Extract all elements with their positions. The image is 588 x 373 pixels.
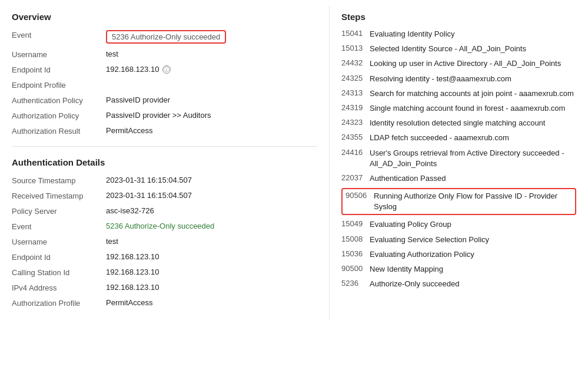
overview-title: Overview (12, 12, 317, 22)
step-code: 22037 (341, 173, 370, 182)
step-code: 5236 (341, 279, 370, 288)
step-code: 90506 (346, 191, 374, 200)
step-row: 24355LDAP fetch succeeded - aaamexrub.co… (341, 133, 576, 143)
step-row: 90506Running Authorize Only Flow for Pas… (341, 188, 576, 215)
step-desc: Evaluating Authorization Policy (370, 249, 576, 260)
field-value: 192.168.123.10 (106, 268, 317, 276)
divider (12, 146, 317, 147)
step-row: 24323Identity resolution detected single… (341, 118, 576, 128)
step-code: 24323 (341, 118, 370, 127)
step-desc: LDAP fetch succeeded - aaamexrub.com (370, 133, 576, 143)
step-row: 15049Evaluating Policy Group (341, 219, 576, 230)
field-label: Received Timestamp (12, 191, 106, 200)
overview-field-row: Endpoint Profile (12, 80, 317, 90)
auth-fields: Source Timestamp2023-01-31 16:15:04.507R… (12, 176, 317, 308)
event-badge-green: 5236 Authorize-Only succeeded (106, 222, 214, 230)
step-row: 15013Selected Identity Source - All_AD_J… (341, 44, 576, 54)
step-row: 15036Evaluating Authorization Policy (341, 249, 576, 260)
step-code: 90500 (341, 264, 370, 273)
step-row: 24319Single matching account found in fo… (341, 103, 576, 114)
step-code: 24313 (341, 88, 370, 97)
auth-field-row: Usernametest (12, 237, 317, 246)
field-value: PermitAccess (106, 126, 317, 135)
info-icon[interactable]: ⓘ (162, 65, 171, 74)
field-label: Event (12, 30, 106, 39)
step-row: 22037Authentication Passed (341, 173, 576, 184)
field-value: test (106, 49, 317, 58)
field-value: PassiveID provider (106, 95, 317, 104)
field-value: asc-ise32-726 (106, 206, 317, 215)
overview-field-row: Authentication PolicyPassiveID provider (12, 95, 317, 105)
step-row: 15041Evaluating Identity Policy (341, 29, 576, 39)
endpoint-id-wrapper: 192.168.123.10 ⓘ (106, 65, 317, 74)
step-desc: Running Authorize Only Flow for Passive … (374, 191, 572, 212)
step-desc: Resolving identity - test@aaamexrub.com (370, 74, 576, 84)
field-value: 2023-01-31 16:15:04.507 (106, 176, 317, 184)
right-panel: Steps 15041Evaluating Identity Policy150… (330, 6, 588, 319)
left-panel: Overview Event5236 Authorize-Only succee… (0, 6, 330, 319)
step-code: 15008 (341, 235, 370, 243)
field-value: 5236 Authorize-Only succeeded (106, 222, 317, 230)
field-label: Authentication Policy (12, 95, 106, 105)
field-label: Source Timestamp (12, 176, 106, 185)
step-desc: Evaluating Service Selection Policy (370, 235, 576, 245)
field-label: Endpoint Id (12, 65, 106, 74)
field-value: PermitAccess (106, 298, 317, 307)
step-code: 24416 (341, 148, 370, 157)
step-code: 15036 (341, 249, 370, 258)
step-row: 24313Search for matching accounts at joi… (341, 88, 576, 99)
step-code: 24319 (341, 103, 370, 112)
step-code: 24325 (341, 74, 370, 82)
overview-field-row: Usernametest (12, 49, 317, 59)
field-value: 5236 Authorize-Only succeeded (106, 30, 317, 44)
field-label: Event (12, 222, 106, 231)
step-code: 15041 (341, 29, 370, 38)
steps-title: Steps (341, 12, 576, 22)
endpoint-id-value: 192.168.123.10 ⓘ (106, 65, 317, 74)
field-label: IPv4 Address (12, 283, 106, 292)
step-desc: Selected Identity Source - All_AD_Join_P… (370, 44, 576, 54)
auth-field-row: Received Timestamp2023-01-31 16:15:04.50… (12, 191, 317, 200)
step-code: 24355 (341, 133, 370, 141)
steps-list: 15041Evaluating Identity Policy15013Sele… (341, 29, 576, 289)
step-desc: Single matching account found in forest … (370, 103, 576, 114)
auth-field-row: Authorization ProfilePermitAccess (12, 298, 317, 308)
step-row: 5236Authorize-Only succeeded (341, 279, 576, 289)
step-desc: Looking up user in Active Directory - Al… (370, 58, 576, 69)
field-value: 192.168.123.10 (106, 283, 317, 292)
overview-field-row: Authorization PolicyPassiveID provider >… (12, 111, 317, 120)
step-desc: Authorize-Only succeeded (370, 279, 576, 289)
step-desc: Evaluating Policy Group (370, 219, 576, 230)
overview-field-row: Event5236 Authorize-Only succeeded (12, 30, 317, 44)
step-row: 90500New Identity Mapping (341, 264, 576, 275)
auth-field-row: Endpoint Id192.168.123.10 (12, 252, 317, 262)
auth-field-row: Source Timestamp2023-01-31 16:15:04.507 (12, 176, 317, 185)
step-code: 15013 (341, 44, 370, 52)
field-value: 192.168.123.10 (106, 252, 317, 261)
step-code: 24432 (341, 58, 370, 67)
step-desc: User's Groups retrieval from Active Dire… (370, 148, 576, 169)
step-code: 15049 (341, 219, 370, 228)
auth-field-row: Event5236 Authorize-Only succeeded (12, 222, 317, 231)
field-label: Authorization Profile (12, 298, 106, 308)
field-label: Username (12, 237, 106, 246)
step-desc: New Identity Mapping (370, 264, 576, 275)
field-value: 2023-01-31 16:15:04.507 (106, 191, 317, 200)
field-label: Username (12, 49, 106, 59)
overview-fields: Event5236 Authorize-Only succeededUserna… (12, 30, 317, 136)
step-desc: Evaluating Identity Policy (370, 29, 576, 39)
auth-details-title: Authentication Details (12, 157, 317, 167)
overview-field-row: Authorization ResultPermitAccess (12, 126, 317, 136)
step-row: 15008Evaluating Service Selection Policy (341, 235, 576, 245)
overview-field-row: Endpoint Id192.168.123.10 ⓘ (12, 65, 317, 74)
field-label: Policy Server (12, 206, 106, 216)
main-container: Overview Event5236 Authorize-Only succee… (0, 0, 588, 325)
event-badge: 5236 Authorize-Only succeeded (106, 30, 226, 44)
auth-field-row: Policy Serverasc-ise32-726 (12, 206, 317, 216)
field-label: Authorization Policy (12, 111, 106, 120)
auth-field-row: Calling Station Id192.168.123.10 (12, 268, 317, 277)
step-row: 24325Resolving identity - test@aaamexrub… (341, 74, 576, 84)
field-label: Authorization Result (12, 126, 106, 136)
step-row: 24416User's Groups retrieval from Active… (341, 148, 576, 169)
field-label: Calling Station Id (12, 268, 106, 277)
